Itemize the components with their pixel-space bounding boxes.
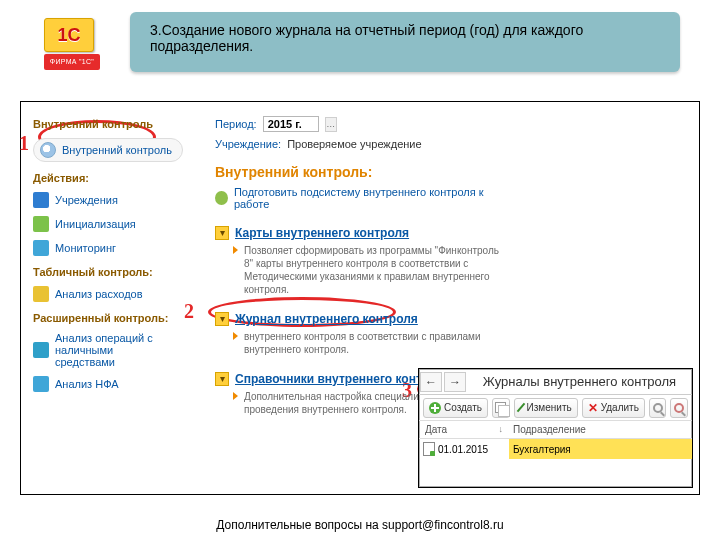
sidebar: Внутренний контроль Внутренний контроль …	[33, 108, 183, 400]
desc-journal: внутреннего контроля в соответствии с пр…	[244, 330, 499, 356]
expand-icon[interactable]: ▾	[215, 372, 229, 386]
delete-button[interactable]: ✕Удалить	[582, 398, 645, 418]
prepare-link[interactable]: Подготовить подсистему внутреннего контр…	[215, 186, 499, 210]
link-journal[interactable]: Журнал внутреннего контроля	[235, 312, 418, 326]
sidebar-section-internal: Внутренний контроль	[33, 118, 183, 130]
sidebar-item-nfa[interactable]: Анализ НФА	[33, 376, 183, 392]
db-icon	[33, 192, 49, 208]
table-row[interactable]: 01.01.2015 Бухгалтерия	[419, 439, 692, 459]
expand-icon[interactable]: ▾	[215, 312, 229, 326]
cell-dept: Бухгалтерия	[513, 444, 571, 455]
edit-button[interactable]: Изменить	[514, 398, 578, 418]
period-field[interactable]: 2015 г.	[263, 116, 319, 132]
bullet-icon	[233, 246, 238, 254]
app-frame: 1 2 3 Внутренний контроль Внутренний кон…	[20, 101, 700, 495]
window-title: Журналы внутреннего контроля	[467, 374, 692, 389]
cash-icon	[33, 342, 49, 358]
logo-1c: 1C ФИРМА "1С"	[44, 18, 100, 74]
sidebar-item-monitor[interactable]: Мониторинг	[33, 240, 183, 256]
nfa-icon	[33, 376, 49, 392]
zoom-icon	[653, 403, 663, 413]
cell-date: 01.01.2015	[438, 444, 488, 455]
col-dept[interactable]: Подразделение	[509, 424, 692, 435]
back-button[interactable]: ←	[420, 372, 442, 392]
plus-icon	[429, 402, 441, 414]
forward-button[interactable]: →	[444, 372, 466, 392]
title-text: 3.Создание нового журнала на отчетный пе…	[150, 22, 583, 54]
org-label: Учреждение:	[215, 138, 281, 150]
delete-icon: ✕	[588, 403, 598, 413]
expand-icon[interactable]: ▾	[215, 226, 229, 240]
org-value: Проверяемое учреждение	[287, 138, 421, 150]
sidebar-item-internal-control[interactable]: Внутренний контроль	[33, 138, 183, 162]
chart-icon	[33, 286, 49, 302]
link-cards[interactable]: Карты внутреннего контроля	[235, 226, 409, 240]
sidebar-section-ext: Расширенный контроль:	[33, 312, 183, 324]
col-date[interactable]: Дата	[419, 424, 509, 435]
document-icon	[423, 442, 435, 456]
monitor-icon	[33, 240, 49, 256]
sidebar-section-actions: Действия:	[33, 172, 183, 184]
annotation-2: 2	[184, 300, 194, 323]
copy-icon	[495, 402, 506, 413]
gear-icon	[215, 191, 228, 205]
footer-text: Дополнительные вопросы на support@fincon…	[0, 518, 720, 532]
zoom-cancel-icon	[674, 403, 684, 413]
table-header: Дата Подразделение	[419, 421, 692, 439]
sidebar-item-expense[interactable]: Анализ расходов	[33, 286, 183, 302]
slide: 1C ФИРМА "1С" 3.Создание нового журнала …	[0, 0, 720, 540]
sidebar-section-table: Табличный контроль:	[33, 266, 183, 278]
period-picker-button[interactable]: …	[325, 117, 337, 132]
sidebar-item-org[interactable]: Учреждения	[33, 192, 183, 208]
sidebar-item-cashops[interactable]: Анализ операций с наличными средствами	[33, 332, 183, 368]
init-icon	[33, 216, 49, 232]
annotation-1: 1	[19, 132, 29, 155]
sidebar-item-init[interactable]: Инициализация	[33, 216, 183, 232]
bullet-icon	[233, 332, 238, 340]
copy-button[interactable]	[492, 398, 510, 418]
journal-window: ← → Журналы внутреннего контроля Создать…	[418, 368, 693, 488]
desc-cards: Позволяет сформировать из программы "Фин…	[244, 244, 499, 296]
title-banner: 3.Создание нового журнала на отчетный пе…	[130, 12, 680, 72]
clear-filter-button[interactable]	[670, 398, 688, 418]
section-heading: Внутренний контроль:	[215, 164, 499, 180]
period-label: Период:	[215, 118, 257, 130]
find-button[interactable]	[649, 398, 667, 418]
pencil-icon	[516, 403, 525, 413]
bullet-icon	[233, 392, 238, 400]
search-icon	[40, 142, 56, 158]
create-button[interactable]: Создать	[423, 398, 488, 418]
